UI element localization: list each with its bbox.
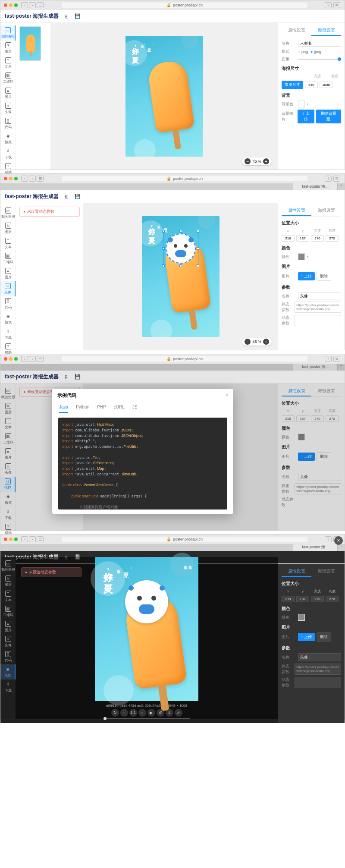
tab-python[interactable]: Python (76, 402, 89, 413)
sidebar-my-posters[interactable]: ▭我的海报 (0, 25, 16, 41)
canvas-main-text: 你好，夏天 (131, 42, 140, 53)
sidebar-text[interactable]: T文本 (0, 56, 16, 71)
zoom-out-button[interactable]: − (245, 158, 251, 164)
dynamic-param-input[interactable] (295, 315, 341, 326)
tab-php[interactable]: PHP (97, 402, 106, 413)
image-icon: ▲ (5, 88, 11, 94)
static-param-input[interactable]: https://poster.prodapi.cn/static/images/… (295, 302, 341, 313)
canvas-season-text: 立夏 (144, 44, 154, 45)
clear-bg-button[interactable]: 删除背景图 (316, 110, 341, 123)
sidebar-code[interactable]: {}代码 (0, 116, 16, 131)
right-panel-attr: 属性设置 海报设置 位置大小 xy宽度高度 颜色 颜色▾ 图片 图片↑ 上传删除… (278, 203, 345, 350)
layers-icon: ≋ (5, 42, 11, 48)
tab-attr[interactable]: 属性设置 (282, 25, 311, 36)
x-input[interactable] (282, 235, 295, 242)
param-name-input[interactable] (298, 292, 341, 299)
code-block[interactable]: import import java.util.HashMap;java.uti… (58, 418, 227, 509)
frame-3: ‹›☰ 🔒poster.prodapi.cn ⇧⧉ fast-poster 海.… (0, 354, 345, 531)
avatar-icon: ☺ (5, 103, 11, 109)
help-icon: ? (5, 163, 11, 169)
prev-fullscreen-button[interactable]: ⤢ (175, 709, 182, 717)
selection-handles[interactable] (163, 231, 198, 266)
upload-img-button[interactable]: ↑ 上传 (298, 272, 315, 280)
sidebar-download[interactable]: ⇩下载 (0, 146, 16, 161)
zoom-control: − 45 % + (242, 157, 272, 165)
tab-java[interactable]: Java (59, 402, 68, 413)
tool-sidebar: ▭我的海报 ≋图层 T文本 ▦二维码 ▲图片 ☺头像 {}代码 ◉预览 ⇩下载 … (0, 23, 16, 170)
text-icon: T (5, 57, 11, 63)
right-panel: 属性设置 海报设置 名称 格式 pngjpeg 质量 海报尺寸 高度宽度 常用尺… (278, 23, 345, 170)
preview-scrubber[interactable] (104, 718, 190, 719)
browser-chrome: ‹ › ☰ 🔒poster.prodapi.cn ⇧⧉ (0, 0, 345, 10)
url-bar[interactable]: 🔒poster.prodapi.cn (62, 3, 307, 8)
eye-icon: ◉ (5, 133, 11, 139)
sidebar-avatar[interactable]: ☺头像 (0, 101, 16, 116)
sidebar-toggle[interactable]: ☰ (37, 2, 44, 8)
color-swatch[interactable] (298, 253, 305, 260)
frame-1: ‹ › ☰ 🔒poster.prodapi.cn ⇧⧉ fast-poster … (0, 0, 345, 170)
qr-icon: ▦ (5, 72, 11, 79)
prev-fit-button[interactable]: ↔ (138, 709, 146, 717)
quality-slider[interactable] (298, 59, 341, 60)
zoom-value: 45 % (252, 159, 261, 164)
nav-back[interactable]: ‹ (21, 2, 28, 8)
height-input[interactable] (305, 82, 318, 88)
zoom-in-button[interactable]: + (263, 158, 269, 164)
w-input[interactable] (311, 235, 324, 242)
frame-2: ‹›☰ 🔒poster.prodapi.cn ⇧⧉ fast-poster 海.… (0, 173, 345, 350)
format-radio[interactable]: pngjpeg (298, 50, 321, 54)
sidebar-preview[interactable]: ◉预览 (0, 131, 16, 146)
tab-js[interactable]: JS (132, 402, 138, 413)
h-input[interactable] (326, 235, 339, 242)
browser-chrome: ‹›☰ 🔒poster.prodapi.cn ⇧⧉ (0, 174, 345, 183)
prev-play-button[interactable]: ▶ (147, 709, 155, 717)
code-lang-tabs: Java Python PHP cURL JS (52, 402, 233, 413)
app-title: fast-poster 海报生成器 (5, 13, 59, 20)
browser-tabs: fast-poster 海...+ (0, 183, 345, 190)
new-tab-button[interactable]: + (338, 183, 345, 190)
preview-overlay[interactable]: 你好，夏天 农历四月十三 立夏 彩色未来夏天永远夏日清凉 e8f919b-ca8… (16, 557, 278, 719)
size-header: 海报尺寸 (282, 66, 341, 72)
share-icon[interactable]: ⇧ (325, 2, 332, 8)
popsicle-graphic (147, 60, 194, 133)
code-modal: 示例代码× Java Python PHP cURL JS import imp… (52, 389, 233, 514)
new-doc-icon[interactable]: ⎘ (63, 13, 70, 20)
nav-fwd[interactable]: › (29, 2, 36, 8)
poster-icon: ▭ (5, 27, 11, 33)
tab-attr[interactable]: 属性设置 (282, 206, 311, 216)
poster-canvas[interactable]: 你好，夏天 农历四月十三 立夏 (125, 36, 203, 157)
prev-reload-button[interactable]: ↻ (111, 709, 119, 717)
tabs-icon[interactable]: ⧉ (333, 2, 340, 8)
common-size-button[interactable]: 常用尺寸 (282, 81, 303, 89)
sidebar-qrcode[interactable]: ▦二维码 (0, 71, 16, 86)
canvas-area[interactable]: 你好，夏天 农历四月十三 立夏 − 45 % + (50, 23, 278, 170)
poster-thumbnail[interactable] (19, 26, 41, 61)
code-icon: {} (5, 118, 11, 124)
poster-canvas[interactable]: 你好，夏天 农历四月十三 立夏 (142, 216, 220, 337)
y-input[interactable] (296, 235, 309, 242)
modal-close-button[interactable]: × (226, 392, 228, 399)
download-icon: ⇩ (5, 148, 11, 154)
save-icon[interactable]: 💾 (74, 13, 81, 20)
frame-4: ‹›☰ 🔒poster.prodapi.cn ⇧⧉ fast-poster 海.… (0, 534, 345, 720)
thumbnail-column (16, 23, 50, 170)
url-bar[interactable]: 🔒poster.prodapi.cn (62, 176, 307, 181)
bgcolor-swatch[interactable] (298, 101, 305, 107)
prev-1-1-button[interactable]: 1:1 (129, 709, 137, 717)
sidebar-avatar[interactable]: ☺头像 (0, 281, 16, 296)
preview-close-button[interactable]: × (334, 536, 343, 545)
tab-poster[interactable]: 海报设置 (311, 206, 341, 216)
warning-banner: 未设置动态参数 (19, 207, 80, 217)
tab-curl[interactable]: cURL (114, 402, 125, 413)
browser-tab[interactable]: fast-poster 海... (293, 183, 338, 190)
prev-zoom-out-button[interactable]: − (120, 709, 128, 717)
upload-bg-button[interactable]: ↑ 上传 (298, 110, 314, 123)
name-input[interactable] (298, 40, 341, 47)
sidebar-image[interactable]: ▲图片 (0, 86, 16, 101)
tab-poster[interactable]: 海报设置 (311, 25, 341, 36)
width-input[interactable] (320, 82, 332, 88)
sidebar-my-posters[interactable]: ▭我的海报 (0, 206, 16, 221)
dark-sidebar: ▭我的海报 ≋图层 T文本 ▦二维码 ▲图片 ☺头像 {}代码 ◉预览 ⇩下载 (0, 557, 16, 719)
sidebar-layers[interactable]: ≋图层 (0, 41, 16, 56)
delete-img-button[interactable]: 删除 (317, 272, 331, 281)
